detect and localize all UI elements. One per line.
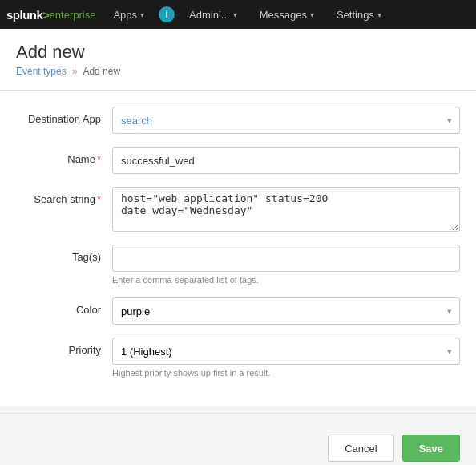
page-header: Add new Event types » Add new (0, 29, 476, 91)
chevron-down-icon: ▾ (377, 10, 381, 19)
destination-app-select-wrapper: search launcher splunk_monitoring_consol… (112, 107, 460, 134)
nav-item-admin[interactable]: Admini... ▾ (178, 0, 248, 29)
search-string-row: Search string* host="web_application" st… (16, 187, 460, 232)
divider (0, 413, 476, 414)
tags-label: Tag(s) (16, 245, 112, 263)
chevron-down-icon: ▾ (140, 10, 144, 19)
color-row: Color none purple blue green orange red … (16, 297, 460, 325)
search-string-input[interactable]: host="web_application" status=200 date_w… (112, 187, 460, 232)
breadcrumb-separator: » (72, 66, 78, 77)
color-label: Color (16, 297, 112, 316)
color-select[interactable]: none purple blue green orange red yellow (112, 297, 460, 325)
nav-item-messages[interactable]: Messages ▾ (248, 0, 325, 29)
name-row: Name* (16, 147, 460, 174)
form-actions: Cancel Save (0, 427, 476, 465)
tags-hint: Enter a comma-separated list of tags. (112, 275, 460, 285)
info-icon[interactable]: i (159, 6, 175, 22)
color-select-wrapper: none purple blue green orange red yellow… (112, 297, 460, 325)
form: Destination App search launcher splunk_m… (0, 91, 476, 406)
destination-app-label: Destination App (16, 107, 112, 125)
destination-app-row: Destination App search launcher splunk_m… (16, 107, 460, 134)
logo[interactable]: splunk> enterprise (6, 8, 95, 22)
breadcrumb-current: Add new (83, 66, 120, 77)
priority-row: Priority 1 (Highest) 2 3 4 5 (Lowest) ▾ … (16, 338, 460, 378)
tags-input[interactable] (112, 245, 460, 272)
logo-splunk-text: splunk> (6, 8, 50, 22)
chevron-down-icon: ▾ (310, 10, 314, 19)
nav-item-apps[interactable]: Destination App Apps ▾ (102, 0, 155, 29)
logo-enterprise-text: enterprise (50, 9, 96, 21)
chevron-down-icon: ▾ (233, 10, 237, 19)
priority-label: Priority (16, 338, 112, 356)
topnav: splunk> enterprise Destination App Apps … (0, 0, 476, 29)
name-input[interactable] (112, 147, 460, 174)
nav-item-settings[interactable]: Settings ▾ (325, 0, 393, 29)
breadcrumb: Event types » Add new (16, 66, 460, 77)
priority-select-wrapper: 1 (Highest) 2 3 4 5 (Lowest) ▾ (112, 338, 460, 365)
page-title: Add new (16, 42, 460, 63)
save-button[interactable]: Save (402, 435, 460, 462)
cancel-button[interactable]: Cancel (328, 435, 393, 462)
breadcrumb-link[interactable]: Event types (16, 66, 67, 77)
priority-hint: Highest priority shows up first in a res… (112, 368, 460, 378)
search-string-label: Search string* (16, 187, 112, 205)
destination-app-select[interactable]: search launcher splunk_monitoring_consol… (112, 107, 460, 134)
name-label: Name* (16, 147, 112, 165)
tags-row: Tag(s) Enter a comma-separated list of t… (16, 245, 460, 285)
priority-select[interactable]: 1 (Highest) 2 3 4 5 (Lowest) (112, 338, 460, 365)
